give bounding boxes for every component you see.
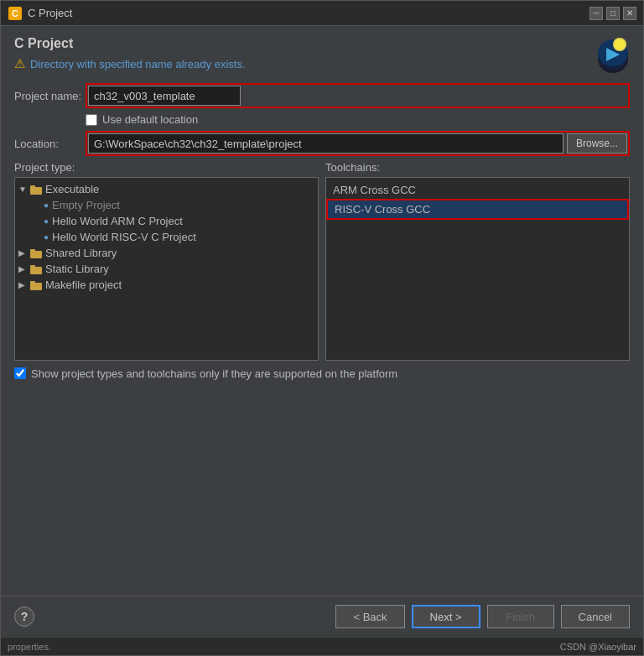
- folder-icon-static: [30, 264, 42, 274]
- location-row: Location: Browse...: [14, 131, 630, 156]
- expand-arrow-makefile: ▶: [18, 280, 29, 289]
- page-header: C Project ⚠ Directory with specified nam…: [14, 36, 630, 76]
- project-name-label: Project name:: [14, 90, 86, 102]
- warning-icon: ⚠: [14, 56, 25, 71]
- svg-rect-9: [30, 185, 35, 188]
- back-button[interactable]: < Back: [335, 605, 404, 628]
- project-name-input[interactable]: [88, 86, 241, 106]
- tree-label-empty-project: Empty Project: [52, 199, 120, 211]
- svg-rect-10: [30, 251, 42, 258]
- show-platforms-row: Show project types and toolchains only i…: [14, 367, 630, 380]
- tree-item-hello-arm[interactable]: ● Hello World ARM C Project: [29, 213, 318, 229]
- toolchains-label: Toolchains:: [325, 161, 630, 174]
- tree-item-shared-library[interactable]: ▶ Shared Library: [15, 245, 318, 261]
- toolchain-arm-cross-gcc[interactable]: ARM Cross GCC: [326, 181, 629, 199]
- tree-label-shared-library: Shared Library: [45, 247, 117, 259]
- tree-label-static-library: Static Library: [45, 263, 109, 275]
- next-button[interactable]: Next >: [412, 605, 480, 628]
- browse-button[interactable]: Browse...: [567, 133, 627, 154]
- expand-arrow-static: ▶: [18, 264, 29, 273]
- location-wrapper: Browse...: [86, 131, 630, 156]
- use-default-row: Use default location: [86, 113, 630, 126]
- project-name-wrapper: [86, 83, 630, 108]
- tree-item-static-library[interactable]: ▶ Static Library: [15, 261, 318, 277]
- dialog-content: C Project ⚠ Directory with specified nam…: [1, 26, 643, 596]
- svg-rect-13: [30, 265, 35, 268]
- warning-text: Directory with specified name already ex…: [30, 58, 246, 70]
- svg-rect-12: [30, 267, 42, 274]
- use-default-checkbox[interactable]: [86, 114, 97, 126]
- status-brand: CSDN @Xiaoyibar: [560, 642, 636, 652]
- title-bar-controls: ─ □ ✕: [589, 7, 636, 20]
- location-input[interactable]: [88, 133, 564, 154]
- svg-text:C: C: [12, 8, 18, 18]
- expand-arrow-shared: ▶: [18, 248, 29, 258]
- svg-point-7: [615, 39, 625, 49]
- finish-button[interactable]: Finish: [487, 605, 554, 628]
- app-icon: C: [8, 6, 23, 21]
- svg-rect-11: [30, 249, 35, 252]
- toolchain-label-riscv: RISC-V Cross GCC: [335, 203, 430, 216]
- status-left-text: properties.: [8, 642, 51, 652]
- tree-item-executable[interactable]: ▼ Executable: [15, 181, 318, 197]
- tree-label-executable: Executable: [45, 183, 99, 195]
- toolchain-label-arm: ARM Cross GCC: [333, 184, 416, 196]
- project-name-row: Project name:: [14, 83, 630, 108]
- expand-arrow-executable: ▼: [18, 185, 29, 194]
- help-button[interactable]: ?: [14, 607, 34, 627]
- warning-row: ⚠ Directory with specified name already …: [14, 56, 589, 71]
- tree-label-makefile: Makefile project: [45, 279, 122, 291]
- maximize-button[interactable]: □: [606, 7, 620, 20]
- toolchain-list[interactable]: ARM Cross GCC RISC-V Cross GCC: [325, 177, 630, 361]
- action-buttons: < Back Next > Finish Cancel: [335, 605, 630, 628]
- location-label: Location:: [14, 138, 86, 150]
- status-bar: properties. CSDN @Xiaoyibar: [1, 637, 643, 655]
- svg-rect-8: [30, 187, 42, 195]
- project-type-label: Project type:: [14, 161, 319, 174]
- title-bar: C C Project ─ □ ✕: [1, 1, 643, 26]
- cancel-button[interactable]: Cancel: [561, 605, 630, 628]
- folder-icon-shared: [30, 248, 42, 258]
- title-bar-text: C Project: [28, 7, 589, 19]
- show-platforms-label: Show project types and toolchains only i…: [31, 367, 397, 380]
- page-title: C Project: [14, 36, 589, 51]
- minimize-button[interactable]: ─: [589, 7, 603, 20]
- toolchain-riscv-cross-gcc[interactable]: RISC-V Cross GCC: [326, 199, 629, 220]
- close-button[interactable]: ✕: [623, 7, 636, 20]
- project-type-tree[interactable]: ▼ Executable ● Empty Project: [14, 177, 319, 361]
- tree-label-hello-arm: Hello World ARM C Project: [52, 215, 183, 227]
- button-bar: ? < Back Next > Finish Cancel: [1, 596, 643, 637]
- dot-icon-empty: ●: [44, 200, 49, 210]
- main-window: C C Project ─ □ ✕ C Project ⚠ Directory …: [0, 0, 644, 656]
- tree-item-hello-riscv[interactable]: ● Hello World RISC-V C Project: [29, 229, 318, 245]
- tree-item-makefile[interactable]: ▶ Makefile project: [15, 277, 318, 293]
- toolchains-panel: Toolchains: ARM Cross GCC RISC-V Cross G…: [325, 161, 630, 361]
- folder-icon-makefile: [30, 280, 42, 290]
- svg-rect-14: [30, 283, 42, 290]
- page-header-left: C Project ⚠ Directory with specified nam…: [14, 36, 589, 71]
- tree-item-empty-project[interactable]: ● Empty Project: [29, 197, 318, 213]
- svg-rect-15: [30, 281, 35, 284]
- spacer: [14, 387, 630, 586]
- show-platforms-checkbox[interactable]: [14, 367, 26, 379]
- dot-icon-hello-arm: ●: [44, 216, 49, 226]
- tree-label-hello-riscv: Hello World RISC-V C Project: [52, 231, 196, 243]
- use-default-label: Use default location: [102, 113, 198, 126]
- folder-icon-executable: [30, 185, 42, 195]
- project-type-panel: Project type: ▼ Executable ● Empty Proj: [14, 161, 319, 361]
- panels-section: Project type: ▼ Executable ● Empty Proj: [14, 161, 630, 361]
- dot-icon-hello-riscv: ●: [44, 232, 49, 242]
- header-icon: [589, 36, 630, 76]
